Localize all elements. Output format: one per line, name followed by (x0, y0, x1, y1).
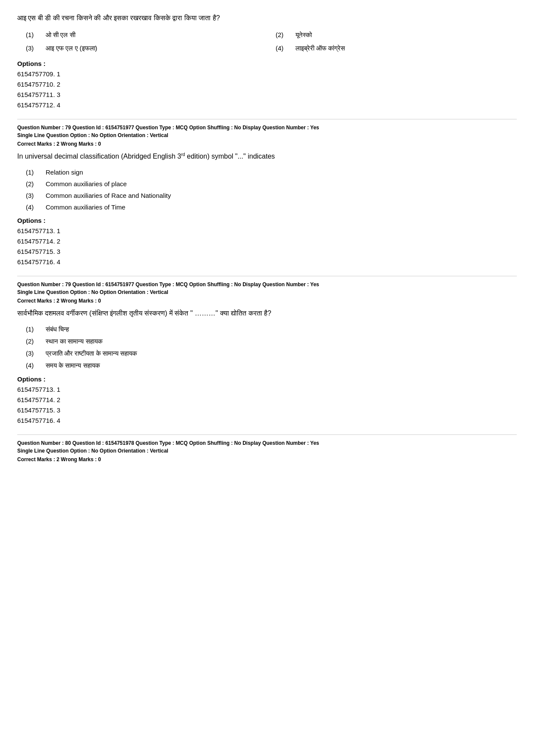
q79-hi-option-1-text: संबंध चिन्ह (46, 325, 69, 333)
q78-option-2-text: यूनेस्को (295, 30, 312, 40)
q79-en-option-2-text: Common auxiliaries of place (46, 180, 127, 187)
q78-code-list: 6154757709. 1 6154757710. 2 6154757711. … (17, 69, 517, 110)
q78-hindi-section: आइ एस बी डी की रचना किसने की और इसका रखर… (17, 13, 517, 110)
q79-hi-option-4-text: समय के सामान्य सहायक (46, 362, 100, 369)
q79-en-section: In universal decimal classification (Abr… (17, 151, 517, 267)
q78-code-4: 6154757712. 4 (17, 100, 517, 110)
q78-option-3-text: आइ एफ एल ए (इफला) (46, 44, 97, 53)
q79-en-option-1-num: (1) (26, 169, 39, 176)
q79-en-option-2-num: (2) (26, 180, 39, 187)
q79-en-option-3: (3) Common auxiliaries of Race and Natio… (26, 192, 517, 199)
q79-en-code-2: 6154757714. 2 (17, 236, 517, 247)
q79-en-option-4-text: Common auxiliaries of Time (46, 203, 125, 211)
q79-en-code-4: 6154757716. 4 (17, 257, 517, 267)
q79-hi-option-2-num: (2) (26, 337, 39, 345)
q78-hindi-question: आइ एस बी डी की रचना किसने की और इसका रखर… (17, 13, 517, 23)
q79-en-code-1: 6154757713. 1 (17, 226, 517, 236)
q78-option-4-text: लाइब्रेरी ऑफ कांग्रेस (295, 44, 345, 53)
q79-hi-code-list: 6154757713. 1 6154757714. 2 6154757715. … (17, 384, 517, 426)
q79-hi-code-3: 6154757715. 3 (17, 405, 517, 415)
q79-en-question-part2: edition) symbol "..." indicates (185, 153, 275, 160)
q79-hi-option-4: (4) समय के सामान्य सहायक (26, 362, 517, 369)
q79-hi-option-1-num: (1) (26, 325, 39, 333)
q79-en-correct-marks: Correct Marks : 2 Wrong Marks : 0 (17, 141, 517, 147)
q79-hi-code-2: 6154757714. 2 (17, 395, 517, 405)
q80-correct-marks: Correct Marks : 2 Wrong Marks : 0 (17, 456, 517, 462)
q79-en-question-part1: In universal decimal classification (Abr… (17, 153, 181, 160)
q79-en-meta-line2: Single Line Question Option : No Option … (17, 131, 517, 139)
q78-options-label: Options : (17, 60, 517, 67)
q78-hindi-options: (1) ओ सी एल सी (2) यूनेस्को (3) आइ एफ एल… (26, 30, 517, 53)
q79-hi-option-3: (3) प्रजाति और राष्टीयता के सामान्य सहाय… (26, 350, 517, 357)
q78-code-1: 6154757709. 1 (17, 69, 517, 79)
q79-en-option-1-text: Relation sign (46, 169, 83, 176)
q79-en-code-list: 6154757713. 1 6154757714. 2 6154757715. … (17, 226, 517, 267)
q80-meta-line1: Question Number : 80 Question Id : 61547… (17, 439, 517, 447)
q79-en-option-4: (4) Common auxiliaries of Time (26, 203, 517, 211)
q79-en-option-3-num: (3) (26, 192, 39, 199)
q79-en-option-1: (1) Relation sign (26, 169, 517, 176)
q79-en-options-label: Options : (17, 217, 517, 224)
q79-hi-option-2-text: स्थान का सामान्य सहायक (46, 337, 102, 345)
q79-hi-option-1: (1) संबंध चिन्ह (26, 325, 517, 333)
q78-option-1: (1) ओ सी एल सी (26, 30, 267, 40)
q78-option-2: (2) यूनेस्को (276, 30, 517, 40)
q78-option-4-num: (4) (276, 44, 289, 53)
q79-hi-option-4-num: (4) (26, 362, 39, 369)
q78-code-3: 6154757711. 3 (17, 90, 517, 100)
q80-meta-line2: Single Line Question Option : No Option … (17, 447, 517, 455)
q79-hi-code-4: 6154757716. 4 (17, 415, 517, 426)
q79-hi-question: सार्वभौमिक दशमलव वर्गीकरण (संक्षिप्त इंग… (17, 308, 517, 319)
q79-en-meta: Question Number : 79 Question Id : 61547… (17, 119, 517, 139)
q78-option-1-num: (1) (26, 30, 39, 40)
q79-en-options: (1) Relation sign (2) Common auxiliaries… (26, 169, 517, 211)
q79-hi-meta-line1: Question Number : 79 Question Id : 61547… (17, 281, 517, 288)
q79-en-question: In universal decimal classification (Abr… (17, 151, 517, 162)
q79-hi-options: (1) संबंध चिन्ह (2) स्थान का सामान्य सहा… (26, 325, 517, 369)
q79-hi-meta: Question Number : 79 Question Id : 61547… (17, 276, 517, 296)
q79-hi-option-3-text: प्रजाति और राष्टीयता के सामान्य सहायक (46, 350, 137, 357)
q79-hi-correct-marks: Correct Marks : 2 Wrong Marks : 0 (17, 298, 517, 304)
q78-option-4: (4) लाइब्रेरी ऑफ कांग्रेस (276, 44, 517, 53)
q80-meta: Question Number : 80 Question Id : 61547… (17, 434, 517, 455)
q78-option-2-num: (2) (276, 30, 289, 40)
q78-option-1-text: ओ सी एल सी (46, 30, 75, 40)
q78-option-3: (3) आइ एफ एल ए (इफला) (26, 44, 267, 53)
q78-code-2: 6154757710. 2 (17, 79, 517, 90)
q79-en-meta-line1: Question Number : 79 Question Id : 61547… (17, 124, 517, 131)
q79-hi-options-label: Options : (17, 375, 517, 383)
q79-en-code-3: 6154757715. 3 (17, 247, 517, 257)
q79-hi-meta-line2: Single Line Question Option : No Option … (17, 288, 517, 296)
q79-hi-option-2: (2) स्थान का सामान्य सहायक (26, 337, 517, 345)
q79-hi-option-3-num: (3) (26, 350, 39, 357)
q79-hi-code-1: 6154757713. 1 (17, 384, 517, 395)
q79-en-sup: rd (181, 152, 185, 157)
q79-en-option-3-text: Common auxiliaries of Race and Nationali… (46, 192, 171, 199)
q79-hi-section: सार्वभौमिक दशमलव वर्गीकरण (संक्षिप्त इंग… (17, 308, 517, 426)
q79-en-option-4-num: (4) (26, 203, 39, 211)
q78-option-3-num: (3) (26, 44, 39, 53)
q79-en-option-2: (2) Common auxiliaries of place (26, 180, 517, 187)
